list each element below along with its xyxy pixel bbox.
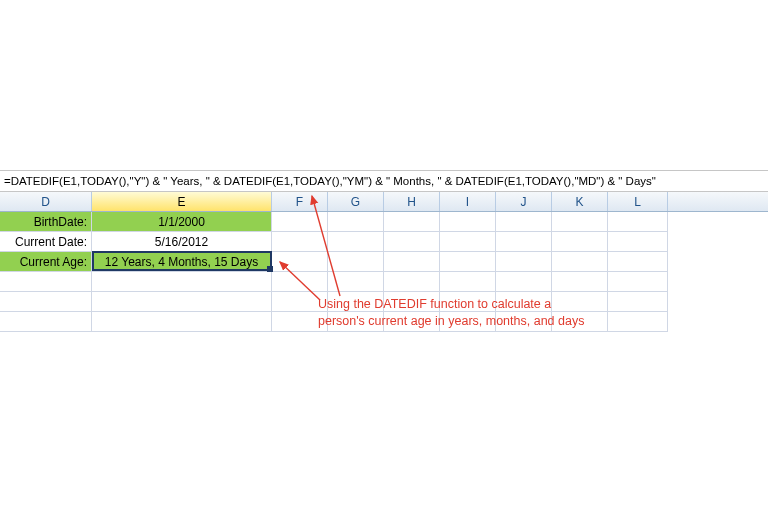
formula-bar-content: =DATEDIF(E1,TODAY(),"Y") & " Years, " & … <box>4 175 656 187</box>
cell-H1[interactable] <box>384 212 440 232</box>
cell-J1[interactable] <box>496 212 552 232</box>
cell-E3-value: 12 Years, 4 Months, 15 Days <box>105 255 258 269</box>
col-header-H[interactable]: H <box>384 192 440 211</box>
col-header-J[interactable]: J <box>496 192 552 211</box>
cell-D1[interactable]: BirthDate: <box>0 212 92 232</box>
cell-H2[interactable] <box>384 232 440 252</box>
cell-I1[interactable] <box>440 212 496 232</box>
cell-J3[interactable] <box>496 252 552 272</box>
cell-D2[interactable]: Current Date: <box>0 232 92 252</box>
annotation-callout: Using the DATEDIF function to calculate … <box>318 296 584 330</box>
blank-area-top <box>0 0 768 170</box>
cell-I3[interactable] <box>440 252 496 272</box>
cell-H4[interactable] <box>384 272 440 292</box>
cell-F3[interactable] <box>272 252 328 272</box>
cell-I4[interactable] <box>440 272 496 292</box>
formula-bar[interactable]: =DATEDIF(E1,TODAY(),"Y") & " Years, " & … <box>0 170 768 192</box>
col-header-L[interactable]: L <box>608 192 668 211</box>
cell-L2[interactable] <box>608 232 668 252</box>
col-header-E[interactable]: E <box>92 192 272 211</box>
annotation-line1: Using the DATEDIF function to calculate … <box>318 296 584 313</box>
cell-L6[interactable] <box>608 312 668 332</box>
cell-G1[interactable] <box>328 212 384 232</box>
cell-L3[interactable] <box>608 252 668 272</box>
cell-G3[interactable] <box>328 252 384 272</box>
row-1: BirthDate: 1/1/2000 <box>0 212 768 232</box>
cell-D4[interactable] <box>0 272 92 292</box>
cell-F1[interactable] <box>272 212 328 232</box>
cell-F2[interactable] <box>272 232 328 252</box>
cell-D6[interactable] <box>0 312 92 332</box>
cell-E6[interactable] <box>92 312 272 332</box>
cell-E5[interactable] <box>92 292 272 312</box>
cell-K4[interactable] <box>552 272 608 292</box>
row-2: Current Date: 5/16/2012 <box>0 232 768 252</box>
annotation-line2: person's current age in years, months, a… <box>318 313 584 330</box>
col-header-K[interactable]: K <box>552 192 608 211</box>
row-4 <box>0 272 768 292</box>
cell-G4[interactable] <box>328 272 384 292</box>
cell-K1[interactable] <box>552 212 608 232</box>
cell-K2[interactable] <box>552 232 608 252</box>
cell-D3[interactable]: Current Age: <box>0 252 92 272</box>
col-header-D[interactable]: D <box>0 192 92 211</box>
cell-E4[interactable] <box>92 272 272 292</box>
cell-E2[interactable]: 5/16/2012 <box>92 232 272 252</box>
cell-I2[interactable] <box>440 232 496 252</box>
cell-E1[interactable]: 1/1/2000 <box>92 212 272 232</box>
cell-G2[interactable] <box>328 232 384 252</box>
column-headers-row: D E F G H I J K L <box>0 192 768 212</box>
cell-F4[interactable] <box>272 272 328 292</box>
cell-E3[interactable]: 12 Years, 4 Months, 15 Days <box>92 252 272 272</box>
cell-D5[interactable] <box>0 292 92 312</box>
cell-J2[interactable] <box>496 232 552 252</box>
col-header-I[interactable]: I <box>440 192 496 211</box>
cell-K3[interactable] <box>552 252 608 272</box>
cell-H3[interactable] <box>384 252 440 272</box>
cell-L5[interactable] <box>608 292 668 312</box>
cell-L4[interactable] <box>608 272 668 292</box>
row-3: Current Age: 12 Years, 4 Months, 15 Days <box>0 252 768 272</box>
cell-J4[interactable] <box>496 272 552 292</box>
col-header-F[interactable]: F <box>272 192 328 211</box>
col-header-G[interactable]: G <box>328 192 384 211</box>
cell-L1[interactable] <box>608 212 668 232</box>
